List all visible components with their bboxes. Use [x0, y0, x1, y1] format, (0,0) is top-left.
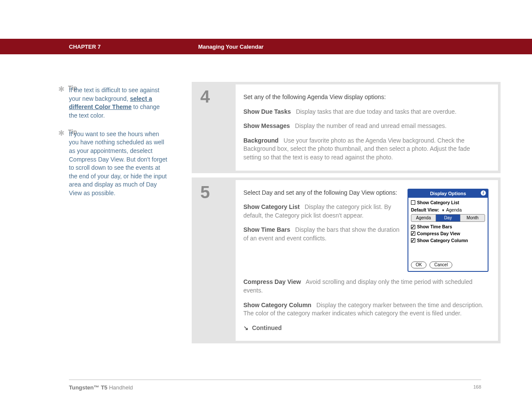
- step-number-column: 4: [192, 82, 236, 173]
- tip-block: ✱ Tip If the text is difficult to see ag…: [56, 84, 168, 120]
- option-label: Background: [243, 137, 279, 144]
- checkbox-icon: [411, 225, 415, 229]
- step-number: 4: [200, 87, 236, 106]
- page-footer: Tungsten™ T5 Handheld 168: [69, 380, 481, 391]
- option-row: Show Category List Display the category …: [243, 203, 400, 220]
- checkbox-icon: [411, 238, 415, 243]
- step-number-column: 5: [192, 177, 236, 344]
- step-intro: Select Day and set any of the following …: [243, 189, 400, 197]
- display-options-dialog: Display Options i Show Category List Def…: [408, 189, 488, 272]
- step-body: Set any of the following Agenda View dis…: [236, 84, 498, 171]
- tab-day[interactable]: Day: [436, 215, 460, 221]
- step-number: 5: [200, 183, 236, 202]
- option-row: Show Due Tasks Display tasks that are du…: [243, 108, 488, 116]
- default-view-row[interactable]: Default View: ▼ Agenda: [411, 207, 485, 213]
- option-row: Compress Day View Avoid scrolling and di…: [243, 278, 488, 295]
- page-number: 168: [473, 384, 481, 391]
- option-label: Show Due Tasks: [243, 108, 291, 115]
- option-label: Show Time Bars: [243, 226, 290, 233]
- checkbox-compress-day-view[interactable]: Compress Day View: [411, 230, 485, 237]
- asterisk-icon: ✱: [56, 84, 66, 95]
- step-intro: Set any of the following Agenda View dis…: [243, 93, 488, 102]
- option-label: Show Category List: [243, 203, 300, 210]
- main-content: 4 Set any of the following Agenda View d…: [192, 82, 501, 348]
- option-row: Show Messages Display the number of read…: [243, 122, 488, 131]
- info-icon[interactable]: i: [481, 190, 486, 196]
- chevron-down-icon: ▼: [442, 208, 445, 213]
- option-row: Background Use your favorite photo as th…: [243, 137, 488, 162]
- cancel-button[interactable]: Cancel: [429, 262, 452, 268]
- tip-text: If you want to see the hours when you ha…: [56, 130, 168, 198]
- chapter-title: Managing Your Calendar: [198, 44, 264, 50]
- option-desc: Display tasks that are due today and tas…: [296, 108, 457, 115]
- tip-text: If the text is difficult to see against …: [56, 86, 168, 120]
- option-desc: Display the number of read and unread em…: [295, 122, 447, 129]
- dialog-title: Display Options i: [408, 190, 488, 198]
- tab-month[interactable]: Month: [460, 215, 485, 221]
- page-header: CHAPTER 7 Managing Your Calendar: [0, 39, 532, 54]
- asterisk-icon: ✱: [56, 128, 66, 139]
- checkbox-icon: [411, 231, 415, 236]
- chapter-label: CHAPTER 7: [69, 44, 101, 50]
- arrow-down-right-icon: ↘: [243, 324, 250, 333]
- tab-agenda[interactable]: Agenda: [411, 215, 436, 221]
- step-4: 4 Set any of the following Agenda View d…: [192, 82, 501, 173]
- product-name: Tungsten™ T5 Handheld: [69, 384, 133, 391]
- option-label: Compress Day View: [243, 278, 301, 285]
- step-5: 5 Select Day and set any of the followin…: [192, 177, 501, 344]
- sidebar: ✱ Tip If the text is difficult to see ag…: [56, 84, 168, 206]
- option-row: Show Category Column Display the categor…: [243, 301, 488, 318]
- step-body: Select Day and set any of the following …: [236, 180, 498, 341]
- checkbox-show-time-bars[interactable]: Show Time Bars: [411, 224, 485, 230]
- option-label: Show Messages: [243, 122, 290, 129]
- view-tabs: Agenda Day Month: [411, 214, 485, 222]
- checkbox-show-category-list[interactable]: Show Category List: [411, 199, 485, 206]
- checkbox-icon: [411, 200, 415, 205]
- checkbox-show-category-column[interactable]: Show Category Column: [411, 237, 485, 244]
- option-label: Show Category Column: [243, 302, 311, 308]
- ok-button[interactable]: OK: [411, 262, 426, 268]
- tip-block: ✱ Tip If you want to see the hours when …: [56, 128, 168, 198]
- continued-indicator: ↘ Continued: [243, 324, 488, 333]
- option-row: Show Time Bars Display the bars that sho…: [243, 226, 400, 243]
